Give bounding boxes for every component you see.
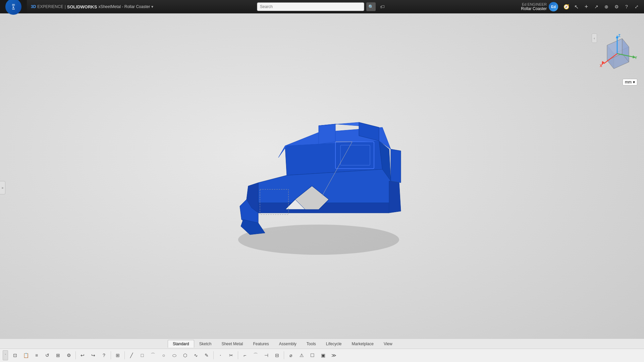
toolbar-separator	[284, 351, 284, 359]
undo-button[interactable]: ↩	[77, 350, 88, 360]
refresh-button[interactable]: ↺	[42, 350, 52, 360]
line-icon: ╱	[130, 353, 133, 358]
new-part-button[interactable]: 📋	[21, 350, 31, 360]
warn-button[interactable]: ⚠	[297, 350, 307, 360]
options-button[interactable]: ⚙	[64, 350, 74, 360]
feature-mgr-icon: ≡	[35, 353, 38, 358]
redo-button[interactable]: ↪	[88, 350, 98, 360]
more-button[interactable]: ≫	[329, 350, 339, 360]
network-icon: ⊕	[604, 4, 608, 9]
tab-features[interactable]: Features	[248, 340, 274, 348]
tab-sheet-metal[interactable]: Sheet Metal	[216, 340, 248, 348]
tab-marketplace[interactable]: Marketplace	[347, 340, 379, 348]
brand-separator: |	[65, 4, 66, 9]
left-panel-collapse[interactable]: »	[0, 181, 5, 194]
properties-icon: ⊞	[56, 353, 60, 358]
box-button[interactable]: ☐	[307, 350, 317, 360]
grid-icon: ⊞	[116, 353, 120, 358]
ellipse-icon: ⬭	[172, 353, 176, 358]
redo-icon: ↪	[91, 353, 95, 358]
smart-dim-button[interactable]: ⌀	[286, 350, 296, 360]
unit-value: mm	[625, 80, 632, 84]
model-svg	[191, 92, 419, 260]
cursor-button[interactable]: ↖	[572, 2, 581, 11]
chevron-right-icon: »	[2, 186, 4, 190]
tab-view[interactable]: View	[379, 340, 397, 348]
rect-button[interactable]: □	[137, 350, 147, 360]
pattern-button[interactable]: ⊟	[272, 350, 282, 360]
circle-icon: ○	[162, 353, 165, 358]
axis-indicator: Z Y X	[597, 34, 637, 77]
spline-icon: ∿	[194, 353, 198, 358]
refresh-icon: ↺	[45, 353, 49, 358]
settings-icon: ⚙	[614, 4, 619, 9]
user-info: Ed ENGINEER Rollar Coaster Ed	[521, 2, 558, 11]
brand-sw-label: SOLIDWORKS	[67, 4, 97, 9]
point-button[interactable]: ⬝	[215, 350, 225, 360]
polygon-button[interactable]: ⬡	[180, 350, 190, 360]
freehand-button[interactable]: ✎	[202, 350, 212, 360]
toolbar-separator	[75, 351, 76, 359]
expand-button[interactable]: ⤢	[632, 2, 641, 11]
network-button[interactable]: ⊕	[602, 2, 611, 11]
share-icon: ↗	[594, 4, 598, 9]
feature-mgr-button[interactable]: ≡	[32, 350, 42, 360]
search-button[interactable]: 🔍	[366, 2, 376, 11]
svg-text:X: X	[600, 64, 602, 68]
project-dropdown[interactable]: ▾	[151, 4, 153, 9]
tab-tools[interactable]: Tools	[302, 340, 321, 348]
search-input[interactable]	[257, 2, 364, 11]
axis-collapse-button[interactable]: ‹	[592, 34, 597, 43]
select-button[interactable]: ⊡	[10, 350, 20, 360]
help-icon: ?	[625, 4, 628, 9]
share-button[interactable]: ↗	[592, 2, 601, 11]
tab-assembly[interactable]: Assembly	[274, 340, 302, 348]
compass-button[interactable]: 🧭	[561, 2, 571, 11]
tab-bar: StandardSketchSheet MetalFeaturesAssembl…	[0, 339, 644, 349]
freehand-icon: ✎	[205, 353, 209, 358]
arc2-icon: ⌒	[253, 352, 258, 358]
corner-button[interactable]: ⌐	[240, 350, 250, 360]
grid-button[interactable]: ⊞	[113, 350, 123, 360]
section-button[interactable]: ▣	[318, 350, 328, 360]
break-button[interactable]: ⊣	[261, 350, 271, 360]
toolbar-collapse-button[interactable]: ˅	[3, 350, 8, 360]
model-area	[34, 30, 577, 322]
unit-selector[interactable]: mm ▾	[623, 79, 637, 85]
properties-button[interactable]: ⊞	[53, 350, 63, 360]
app-logo[interactable]: 3D ▶ VR	[0, 0, 27, 13]
trim-button[interactable]: ✂	[226, 350, 236, 360]
viewport[interactable]: »	[0, 13, 644, 362]
line-button[interactable]: ╱	[126, 350, 137, 360]
expand-icon: ⤢	[635, 4, 639, 9]
tab-standard[interactable]: Standard	[168, 340, 194, 348]
spline-button[interactable]: ∿	[191, 350, 201, 360]
tab-sketch[interactable]: Sketch	[194, 340, 217, 348]
tab-lifecycle[interactable]: Lifecycle	[321, 340, 347, 348]
trim-icon: ✂	[229, 353, 233, 358]
polygon-icon: ⬡	[183, 353, 187, 358]
toolbar-separator	[111, 351, 111, 359]
help-icon: ?	[103, 353, 105, 358]
break-icon: ⊣	[264, 353, 268, 358]
new-part-icon: 📋	[23, 353, 29, 358]
bookmark-icon: 🏷	[380, 4, 385, 9]
avatar[interactable]: Ed	[549, 2, 558, 11]
help-button[interactable]: ?	[99, 350, 109, 360]
ellipse-button[interactable]: ⬭	[169, 350, 179, 360]
add-button[interactable]: +	[582, 2, 591, 11]
corner-icon: ⌐	[244, 353, 246, 358]
arc2-button[interactable]: ⌒	[251, 350, 261, 360]
user-project: Rollar Coaster	[521, 6, 547, 11]
arc-button[interactable]: ⌒	[148, 350, 158, 360]
help-button[interactable]: ?	[622, 2, 631, 11]
unit-dropdown-arrow: ▾	[633, 80, 635, 84]
bookmark-button[interactable]: 🏷	[378, 2, 387, 11]
search-icon: 🔍	[368, 4, 374, 9]
svg-text:Z: Z	[618, 34, 621, 38]
settings-button[interactable]: ⚙	[612, 2, 621, 11]
chevron-down-icon: ˅	[5, 354, 6, 357]
more-icon: ≫	[331, 353, 336, 358]
top-bar: 3D ▶ VR 3D EXPERIENCE | SOLIDWORKS xShee…	[0, 0, 644, 13]
circle-button[interactable]: ○	[159, 350, 169, 360]
